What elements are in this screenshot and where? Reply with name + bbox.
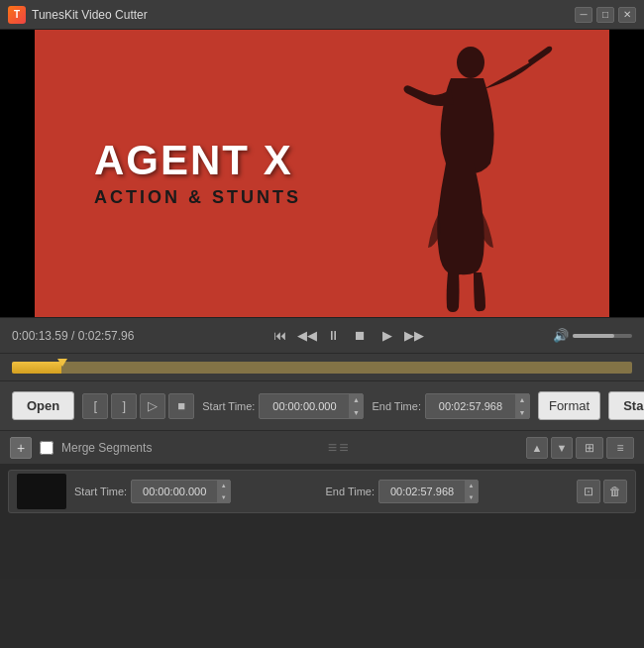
segment-end-up[interactable]: ▲ bbox=[465, 480, 478, 491]
app-title: TunesKit Video Cutter bbox=[32, 8, 148, 22]
volume-icon: 🔊 bbox=[553, 328, 569, 343]
open-button[interactable]: Open bbox=[12, 391, 74, 420]
segment-nav-buttons: ▲ ▼ ⊞ ≡ bbox=[526, 437, 634, 459]
merge-segments-checkbox[interactable] bbox=[40, 441, 54, 455]
timeline-remaining bbox=[61, 362, 632, 374]
segment-start-input-wrap[interactable]: ▲ ▼ bbox=[131, 480, 231, 503]
close-button[interactable]: ✕ bbox=[618, 7, 636, 23]
rewind-button[interactable]: ◀◀ bbox=[295, 325, 319, 347]
segment-down-button[interactable]: ▼ bbox=[551, 437, 573, 459]
start-time-group: Start Time: ▲ ▼ bbox=[202, 393, 364, 419]
bottom-area bbox=[0, 519, 644, 579]
mark-out-button[interactable]: ] bbox=[111, 393, 137, 419]
video-player: AGENT X ACTION & STUNTS bbox=[0, 30, 644, 317]
play-button[interactable]: ▶ bbox=[376, 325, 399, 347]
start-time-down[interactable]: ▼ bbox=[349, 406, 363, 419]
segment-action-buttons: ⊡ 🗑 bbox=[577, 480, 627, 503]
timeline-area[interactable] bbox=[0, 353, 644, 380]
timeline-played bbox=[12, 362, 61, 374]
segment-end-spinners: ▲ ▼ bbox=[465, 480, 478, 503]
merge-segments-label: Merge Segments bbox=[61, 441, 152, 455]
video-title: AGENT X bbox=[94, 140, 301, 181]
person-silhouette bbox=[367, 35, 555, 312]
segment-delete-button[interactable]: 🗑 bbox=[603, 480, 627, 503]
playback-buttons: ⏮ ◀◀ ⏸ ⏹ ▶ ▶▶ bbox=[151, 325, 543, 347]
video-text-overlay: AGENT X ACTION & STUNTS bbox=[94, 140, 301, 208]
end-time-up[interactable]: ▲ bbox=[515, 393, 529, 406]
segment-grid-view-button[interactable]: ⊞ bbox=[576, 437, 603, 459]
video-subtitle: ACTION & STUNTS bbox=[94, 187, 301, 208]
segment-end-input[interactable] bbox=[379, 486, 465, 497]
segments-list: Start Time: ▲ ▼ End Time: ▲ ▼ ⊡ 🗑 bbox=[0, 464, 644, 519]
stop-clip-button[interactable]: ■ bbox=[168, 393, 194, 419]
end-time-input-wrap[interactable]: ▲ ▼ bbox=[425, 393, 530, 419]
segment-thumbnail bbox=[17, 474, 66, 509]
segments-header: + Merge Segments ≡≡ ▲ ▼ ⊞ ≡ bbox=[0, 430, 644, 464]
start-button[interactable]: Start bbox=[608, 391, 644, 420]
segment-up-button[interactable]: ▲ bbox=[526, 437, 548, 459]
segment-end-label: End Time: bbox=[326, 486, 376, 497]
segment-end-down[interactable]: ▼ bbox=[465, 491, 478, 503]
app-icon: T bbox=[8, 6, 26, 24]
volume-slider[interactable] bbox=[573, 334, 632, 338]
minimize-button[interactable]: ─ bbox=[575, 7, 592, 23]
maximize-button[interactable]: □ bbox=[596, 7, 614, 23]
time-display: 0:00:13.59 / 0:02:57.96 bbox=[12, 329, 141, 343]
timeline-handle[interactable] bbox=[57, 359, 67, 367]
preview-clip-button[interactable]: ▷ bbox=[140, 393, 165, 419]
stop-button[interactable]: ⏹ bbox=[349, 325, 373, 347]
pause-button[interactable]: ⏸ bbox=[322, 325, 346, 347]
segment-start-spinners: ▲ ▼ bbox=[217, 480, 230, 503]
step-back-button[interactable]: ⏮ bbox=[268, 325, 292, 347]
format-button[interactable]: Format bbox=[538, 391, 600, 420]
start-time-spinners: ▲ ▼ bbox=[349, 393, 363, 419]
title-bar: T TunesKit Video Cutter ─ □ ✕ bbox=[0, 0, 644, 30]
edit-controls-bar: Open [ ] ▷ ■ Start Time: ▲ ▼ End Time: ▲… bbox=[0, 380, 644, 430]
svg-point-0 bbox=[457, 47, 484, 78]
start-time-input-wrap[interactable]: ▲ ▼ bbox=[259, 393, 364, 419]
drag-handle: ≡≡ bbox=[160, 439, 518, 457]
end-time-group: End Time: ▲ ▼ bbox=[372, 393, 530, 419]
start-time-label: Start Time: bbox=[202, 400, 255, 412]
segment-start-label: Start Time: bbox=[74, 486, 127, 497]
add-segment-button[interactable]: + bbox=[10, 437, 32, 459]
segment-start-down[interactable]: ▼ bbox=[217, 491, 230, 503]
segment-edit-button[interactable]: ⊡ bbox=[577, 480, 600, 503]
segment-start-group: Start Time: ▲ ▼ bbox=[74, 480, 318, 503]
start-time-up[interactable]: ▲ bbox=[349, 393, 363, 406]
clip-edit-buttons: [ ] ▷ ■ bbox=[82, 393, 194, 419]
start-time-input[interactable] bbox=[260, 400, 349, 412]
segment-end-group: End Time: ▲ ▼ bbox=[326, 480, 570, 503]
segment-end-input-wrap[interactable]: ▲ ▼ bbox=[378, 480, 479, 503]
end-time-down[interactable]: ▼ bbox=[515, 406, 529, 419]
fast-forward-button[interactable]: ▶▶ bbox=[402, 325, 426, 347]
volume-control: 🔊 bbox=[553, 328, 632, 343]
end-time-spinners: ▲ ▼ bbox=[515, 393, 529, 419]
end-time-input[interactable] bbox=[426, 400, 515, 412]
segment-list-view-button[interactable]: ≡ bbox=[606, 437, 634, 459]
playback-controls-bar: 0:00:13.59 / 0:02:57.96 ⏮ ◀◀ ⏸ ⏹ ▶ ▶▶ 🔊 bbox=[0, 317, 644, 353]
timeline-track[interactable] bbox=[12, 362, 632, 374]
mark-in-button[interactable]: [ bbox=[82, 393, 108, 419]
end-time-label: End Time: bbox=[372, 400, 421, 412]
segment-start-up[interactable]: ▲ bbox=[217, 480, 230, 491]
segment-start-input[interactable] bbox=[132, 486, 217, 497]
drag-dots-icon: ≡≡ bbox=[328, 439, 351, 457]
segment-row: Start Time: ▲ ▼ End Time: ▲ ▼ ⊡ 🗑 bbox=[8, 470, 636, 513]
